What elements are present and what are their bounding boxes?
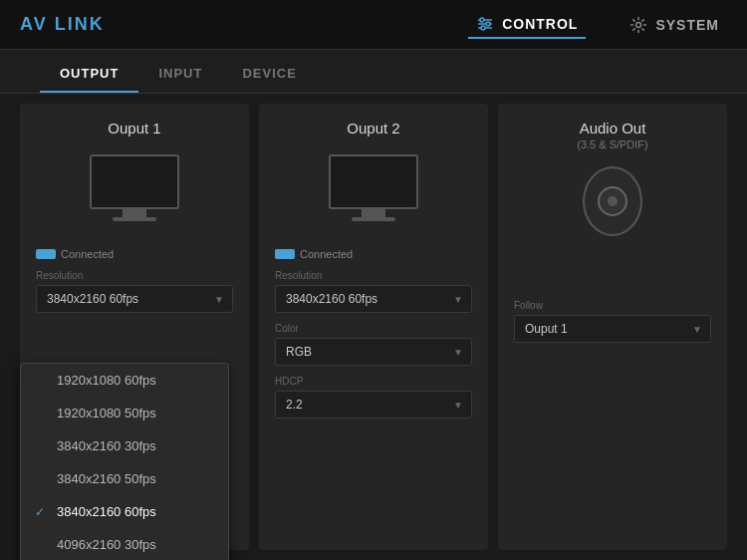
output1-resolution-select[interactable]: 3840x2160 60fps ▼ <box>36 285 233 313</box>
tab-output[interactable]: OUTPUT <box>40 56 138 93</box>
svg-point-3 <box>480 18 484 22</box>
svg-point-4 <box>486 22 490 26</box>
monitor2-screen <box>329 154 418 209</box>
audio-follow-value: Ouput 1 <box>525 322 568 336</box>
monitor1-base <box>113 217 156 221</box>
tab-input[interactable]: INPUT <box>138 56 222 93</box>
dropdown-item-label: 1920x1080 60fps <box>57 373 156 388</box>
output2-resolution-field: Resolution 3840x2160 60fps ▼ <box>275 270 472 313</box>
output1-title: Ouput 1 <box>108 120 160 137</box>
audio-out-title: Audio Out <box>580 120 646 137</box>
tabs-bar: OUTPUT INPUT DEVICE <box>0 50 747 94</box>
output2-hdcp-value: 2.2 <box>286 398 303 412</box>
output2-resolution-wrapper: 3840x2160 60fps ▼ <box>275 285 472 313</box>
resolution-dropdown: 1920x1080 60fps1920x1080 50fps3840x2160 … <box>20 363 229 560</box>
output2-hdcp-field: HDCP 2.2 ▼ <box>275 376 472 419</box>
dropdown-item[interactable]: 3840x2160 50fps <box>21 462 228 495</box>
connected-dot-2 <box>275 249 295 259</box>
output2-color-field: Color RGB ▼ <box>275 323 472 366</box>
output2-color-arrow: ▼ <box>453 347 463 358</box>
dropdown-item[interactable]: 1920x1080 60fps <box>21 364 228 397</box>
dropdown-item[interactable]: ✓3840x2160 60fps <box>21 495 228 528</box>
top-nav: AV LINK CONTROL SY <box>0 0 747 50</box>
output1-resolution-arrow: ▼ <box>214 294 224 305</box>
connected-label-2: Connected <box>300 248 353 260</box>
monitor2-stand <box>362 209 385 217</box>
logo: AV LINK <box>20 14 105 35</box>
main-content: Ouput 1 Connected Resolution 3840x2160 6… <box>0 94 747 560</box>
audio-follow-select[interactable]: Ouput 1 ▼ <box>514 315 711 343</box>
svg-point-6 <box>636 22 641 27</box>
nav-items: CONTROL SYSTEM <box>468 11 727 39</box>
output2-resolution-value: 3840x2160 60fps <box>286 292 377 306</box>
output2-title: Ouput 2 <box>347 120 399 137</box>
gear-icon <box>629 16 647 34</box>
svg-point-5 <box>481 26 485 30</box>
speaker-icon <box>583 166 642 236</box>
monitor2-base <box>352 217 395 221</box>
connected-label-1: Connected <box>61 248 114 260</box>
nav-system[interactable]: SYSTEM <box>622 12 727 38</box>
audio-follow-field: Follow Ouput 1 ▼ <box>514 300 711 343</box>
monitor1-icon <box>85 154 184 224</box>
output2-resolution-label: Resolution <box>275 270 472 281</box>
output2-hdcp-arrow: ▼ <box>453 400 463 411</box>
audio-follow-wrapper: Ouput 1 ▼ <box>514 315 711 343</box>
monitor1-screen <box>90 154 179 209</box>
output2-resolution-select[interactable]: 3840x2160 60fps ▼ <box>275 285 472 313</box>
output1-resolution-wrapper: 3840x2160 60fps ▼ <box>36 285 233 313</box>
output2-hdcp-wrapper: 2.2 ▼ <box>275 391 472 419</box>
dropdown-item-label: 1920x1080 50fps <box>57 406 156 420</box>
dropdown-item[interactable]: 3840x2160 30fps <box>21 429 228 462</box>
output2-resolution-arrow: ▼ <box>453 294 463 305</box>
audio-follow-arrow: ▼ <box>692 324 702 335</box>
dropdown-item-label: 4096x2160 30fps <box>57 537 156 552</box>
output2-color-label: Color <box>275 323 472 334</box>
monitor2-icon <box>324 154 423 224</box>
output1-connected: Connected <box>36 248 114 260</box>
output2-hdcp-label: HDCP <box>275 376 472 387</box>
nav-system-label: SYSTEM <box>655 17 719 33</box>
dropdown-item[interactable]: 4096x2160 30fps <box>21 528 228 560</box>
speaker-inner <box>598 186 627 216</box>
output1-resolution-label: Resolution <box>36 270 233 281</box>
connected-dot-1 <box>36 249 56 259</box>
output1-resolution-value: 3840x2160 60fps <box>47 292 138 306</box>
nav-control[interactable]: CONTROL <box>468 11 586 39</box>
checkmark-icon: ✓ <box>35 505 49 519</box>
tab-device[interactable]: DEVICE <box>222 56 316 93</box>
dropdown-item-label: 3840x2160 50fps <box>57 471 156 486</box>
output2-color-wrapper: RGB ▼ <box>275 338 472 366</box>
sliders-icon <box>476 15 494 33</box>
output2-card: Ouput 2 Connected Resolution 3840x2160 6… <box>259 104 488 550</box>
nav-control-label: CONTROL <box>502 16 578 32</box>
output2-color-value: RGB <box>286 345 312 359</box>
speaker-center <box>608 196 618 206</box>
audio-follow-label: Follow <box>514 300 711 311</box>
dropdown-item-label: 3840x2160 60fps <box>57 504 156 519</box>
output2-color-select[interactable]: RGB ▼ <box>275 338 472 366</box>
audio-out-subtitle: (3.5 & S/PDIF) <box>577 139 648 150</box>
monitor1-stand <box>123 209 146 217</box>
dropdown-item[interactable]: 1920x1080 50fps <box>21 397 228 429</box>
output2-hdcp-select[interactable]: 2.2 ▼ <box>275 391 472 419</box>
output1-resolution-field: Resolution 3840x2160 60fps ▼ <box>36 270 233 313</box>
audio-out-card: Audio Out (3.5 & S/PDIF) Follow Ouput 1 … <box>498 104 727 550</box>
output2-connected: Connected <box>275 248 353 260</box>
dropdown-item-label: 3840x2160 30fps <box>57 438 156 453</box>
